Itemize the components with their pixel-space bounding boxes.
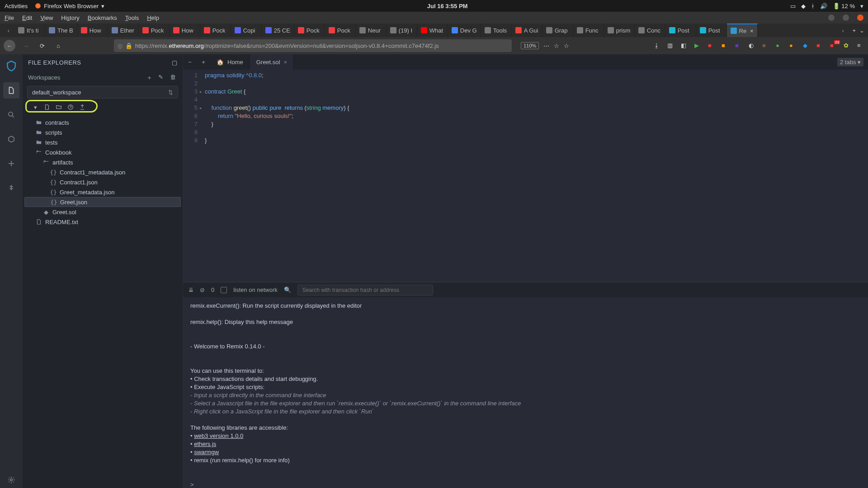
screen-icon[interactable]: ▭ [790, 3, 796, 9]
browser-tab[interactable]: It's ti [14, 23, 45, 37]
sidebar-icon[interactable]: ◧ [681, 42, 688, 49]
new-folder-icon[interactable] [55, 103, 62, 111]
terminal-output[interactable]: remix.exeCurrent(): Run the script curre… [183, 297, 868, 488]
url-bar[interactable]: ◎ 🔒 https://remix.ethereum.org/#optimize… [114, 39, 512, 52]
link-swarmgw[interactable]: swarmgw [194, 449, 219, 455]
close-button[interactable] [857, 14, 863, 21]
extension-icon-2[interactable]: ■ [708, 42, 715, 49]
terminal-toggle-icon[interactable]: ⇊ [189, 286, 193, 293]
browser-tab[interactable]: Pock [325, 23, 356, 37]
menu-bookmarks[interactable]: Bookmarks [88, 14, 117, 21]
workspace-rename-icon[interactable]: ✎ [158, 74, 165, 81]
tree-node[interactable]: README.txt [24, 217, 181, 227]
workspace-delete-icon[interactable]: 🗑 [170, 74, 177, 81]
browser-tab[interactable]: Pock [294, 23, 325, 37]
terminal-clear-icon[interactable]: ⊘ [200, 286, 205, 293]
maximize-button[interactable] [843, 14, 849, 21]
toolbar-menu-icon[interactable]: ▾ [32, 103, 39, 111]
lock-icon[interactable]: 🔒 [125, 42, 132, 49]
bookmark-star-icon[interactable]: ☆ [564, 42, 569, 49]
tree-node[interactable]: scripts [24, 127, 181, 137]
browser-tab[interactable]: Conc [635, 23, 665, 37]
tree-node[interactable]: contracts [24, 117, 181, 127]
browser-tab[interactable]: The B [45, 23, 77, 37]
terminal-search-input[interactable] [297, 285, 433, 296]
browser-tab[interactable]: Pock [139, 23, 170, 37]
tree-node[interactable]: ◆Greet.sol [24, 207, 181, 217]
wifi-icon[interactable]: ◆ [801, 3, 806, 9]
browser-tab[interactable]: A Gui [512, 23, 542, 37]
browser-tab[interactable]: prism [604, 23, 635, 37]
tab-scroll-left[interactable]: ‹ [3, 23, 14, 37]
battery-indicator[interactable]: 🔋 12 % [833, 3, 855, 9]
extension-icon-8[interactable]: ● [789, 42, 797, 49]
forward-button[interactable]: → [20, 40, 32, 52]
close-tab-icon[interactable]: × [283, 59, 287, 66]
tree-node[interactable]: {}Greet.json [24, 197, 181, 207]
extension-icon-6[interactable]: ■ [762, 42, 769, 49]
extension-icon-5[interactable]: ◐ [749, 42, 756, 49]
browser-tab[interactable]: Ether [108, 23, 139, 37]
reader-icon[interactable]: ☆ [554, 42, 559, 49]
browser-tab[interactable]: Neur [356, 23, 387, 37]
page-actions-icon[interactable]: ⋯ [543, 42, 549, 49]
panel-toggle-icon[interactable]: ▢ [172, 59, 178, 66]
tree-node[interactable]: tests [24, 137, 181, 147]
workspace-select[interactable]: default_workspace ⇅ [27, 86, 178, 99]
menu-help[interactable]: Help [147, 14, 159, 21]
extension-icon-9[interactable]: ◆ [803, 42, 810, 49]
browser-tab[interactable]: 25 CE [262, 23, 294, 37]
tree-node[interactable]: Cookbook [24, 147, 181, 157]
link-web3[interactable]: web3 version 1.0.0 [194, 432, 243, 439]
tree-node[interactable]: artifacts [24, 157, 181, 167]
library-icon[interactable]: ▥ [667, 42, 675, 49]
home-button[interactable]: ⌂ [52, 40, 64, 52]
browser-tab[interactable]: Copi [231, 23, 262, 37]
browser-tab[interactable]: Func [573, 23, 604, 37]
extension-icon-11[interactable]: ■23 [830, 42, 837, 49]
extension-icon-7[interactable]: ● [776, 42, 783, 49]
extension-icon-3[interactable]: ■ [722, 42, 729, 49]
extension-icon-10[interactable]: ■ [816, 42, 824, 49]
gist-icon[interactable] [67, 103, 74, 111]
back-button[interactable]: ← [4, 40, 15, 52]
compiler-icon[interactable] [3, 131, 19, 147]
app-menu[interactable]: Firefox Web Browser ▾ [35, 3, 104, 9]
zoom-in-icon[interactable]: + [197, 54, 210, 70]
listen-checkbox[interactable] [221, 287, 227, 293]
upload-icon[interactable] [79, 103, 86, 111]
editor-tab-file[interactable]: Greet.sol× [250, 54, 294, 70]
tab-scroll-right[interactable]: › [837, 23, 849, 37]
file-explorer-icon[interactable] [3, 82, 19, 99]
menu-history[interactable]: History [61, 14, 79, 21]
volume-icon[interactable]: 🔊 [820, 3, 827, 9]
browser-tab[interactable]: (19) I [387, 23, 417, 37]
all-tabs-button[interactable]: ⌄ [859, 27, 864, 34]
menu-view[interactable]: View [40, 14, 53, 21]
browser-tab[interactable]: Dev G [448, 23, 481, 37]
extension-icon-12[interactable]: ✿ [844, 42, 851, 49]
shield-icon[interactable]: ◎ [118, 42, 123, 49]
new-tab-button[interactable]: + [852, 27, 856, 34]
search-icon[interactable]: 🔍 [284, 286, 291, 293]
menu-tools[interactable]: Tools [125, 14, 139, 21]
browser-tab[interactable]: Pock [200, 23, 231, 37]
reload-button[interactable]: ⟳ [36, 40, 48, 52]
menu-edit[interactable]: Edit [22, 14, 32, 21]
download-icon[interactable]: ⭳ [654, 42, 661, 49]
plugin-icon[interactable] [3, 180, 19, 196]
zoom-indicator[interactable]: 110% [521, 42, 539, 49]
settings-icon[interactable] [3, 472, 19, 488]
link-ethers[interactable]: ethers.js [194, 441, 216, 447]
browser-tab[interactable]: Grap [542, 23, 573, 37]
close-icon[interactable]: × [750, 28, 754, 34]
new-file-icon[interactable] [43, 103, 51, 111]
tree-node[interactable]: {}Contract1_metadata.json [24, 167, 181, 177]
browser-tab[interactable]: Post [696, 23, 727, 37]
remix-logo-icon[interactable] [3, 58, 19, 74]
browser-tab[interactable]: Re× [727, 23, 758, 37]
tree-node[interactable]: {}Greet_metadata.json [24, 187, 181, 197]
browser-tab[interactable]: How [170, 23, 200, 37]
deploy-run-icon[interactable] [3, 155, 19, 172]
extension-icon-4[interactable]: ■ [735, 42, 742, 49]
